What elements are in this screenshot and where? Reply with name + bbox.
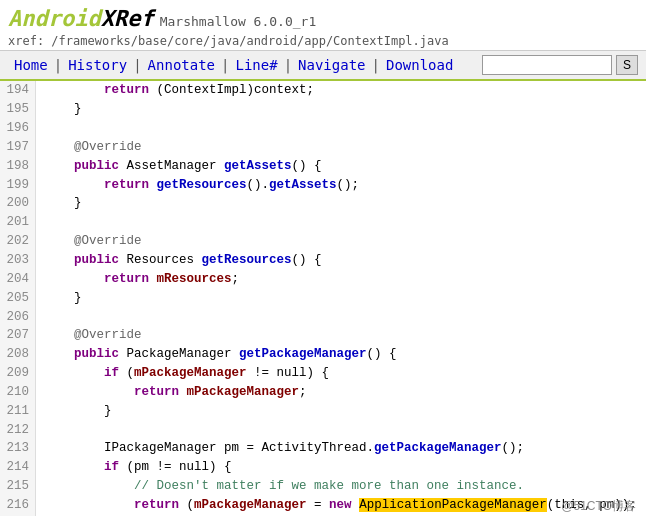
code-line: // Doesn't matter if we make more than o… <box>44 477 638 496</box>
code-line: } <box>44 289 638 308</box>
line-number: 202 <box>6 232 29 251</box>
code-line: } <box>44 515 638 517</box>
line-number: 197 <box>6 138 29 157</box>
line-number: 205 <box>6 289 29 308</box>
code-line: } <box>44 402 638 421</box>
sep-2: | <box>133 57 141 73</box>
line-number: 207 <box>6 326 29 345</box>
code-line <box>44 119 638 138</box>
search-input[interactable] <box>482 55 612 75</box>
code-line: return (ContextImpl)context; <box>44 81 638 100</box>
line-number: 198 <box>6 157 29 176</box>
line-number: 200 <box>6 194 29 213</box>
nav-home[interactable]: Home <box>8 55 54 75</box>
code-line <box>44 213 638 232</box>
line-number: 214 <box>6 458 29 477</box>
watermark: @51CTO博客 <box>561 498 636 515</box>
nav-annotate[interactable]: Annotate <box>142 55 221 75</box>
code-line: public Resources getResources() { <box>44 251 638 270</box>
line-number: 216 <box>6 496 29 515</box>
code-line: return mPackageManager; <box>44 383 638 402</box>
title-android: Android <box>8 6 101 31</box>
code-area: 1941951961971981992002012022032042052062… <box>0 81 646 516</box>
nav-lineno[interactable]: Line# <box>229 55 283 75</box>
code-content: return (ContextImpl)context; } @Override… <box>36 81 646 516</box>
navbar: Home | History | Annotate | Line# | Navi… <box>0 51 646 81</box>
site-version: Marshmallow 6.0.0_r1 <box>160 14 317 29</box>
header: AndroidXRefMarshmallow 6.0.0_r1 xref: /f… <box>0 0 646 51</box>
line-number: 217 <box>6 515 29 517</box>
code-line: return (mPackageManager = new Applicatio… <box>44 496 638 515</box>
sep-4: | <box>284 57 292 73</box>
nav-search-area: S <box>482 55 638 75</box>
code-line: @Override <box>44 326 638 345</box>
breadcrumb: xref: /frameworks/base/core/java/android… <box>8 34 638 48</box>
nav-download[interactable]: Download <box>380 55 459 75</box>
line-number: 204 <box>6 270 29 289</box>
line-number: 201 <box>6 213 29 232</box>
line-number: 212 <box>6 421 29 440</box>
code-line <box>44 308 638 327</box>
search-button[interactable]: S <box>616 55 638 75</box>
code-line: public PackageManager getPackageManager(… <box>44 345 638 364</box>
sep-5: | <box>372 57 380 73</box>
line-number: 213 <box>6 439 29 458</box>
line-number: 199 <box>6 176 29 195</box>
code-line: return getResources().getAssets(); <box>44 176 638 195</box>
nav-navigate[interactable]: Navigate <box>292 55 371 75</box>
code-line: } <box>44 100 638 119</box>
code-line: @Override <box>44 138 638 157</box>
line-numbers: 1941951961971981992002012022032042052062… <box>0 81 36 516</box>
nav-history[interactable]: History <box>62 55 133 75</box>
code-line: return mResources; <box>44 270 638 289</box>
line-number: 194 <box>6 81 29 100</box>
code-line: IPackageManager pm = ActivityThread.getP… <box>44 439 638 458</box>
code-line <box>44 421 638 440</box>
code-line: if (mPackageManager != null) { <box>44 364 638 383</box>
code-line: if (pm != null) { <box>44 458 638 477</box>
code-line: public AssetManager getAssets() { <box>44 157 638 176</box>
site-title: AndroidXRefMarshmallow 6.0.0_r1 <box>8 6 638 32</box>
code-line: } <box>44 194 638 213</box>
line-number: 215 <box>6 477 29 496</box>
code-line: @Override <box>44 232 638 251</box>
line-number: 203 <box>6 251 29 270</box>
line-number: 211 <box>6 402 29 421</box>
line-number: 210 <box>6 383 29 402</box>
line-number: 206 <box>6 308 29 327</box>
sep-1: | <box>54 57 62 73</box>
line-number: 195 <box>6 100 29 119</box>
sep-3: | <box>221 57 229 73</box>
line-number: 196 <box>6 119 29 138</box>
title-xref: XRef <box>101 6 154 31</box>
line-number: 208 <box>6 345 29 364</box>
line-number: 209 <box>6 364 29 383</box>
